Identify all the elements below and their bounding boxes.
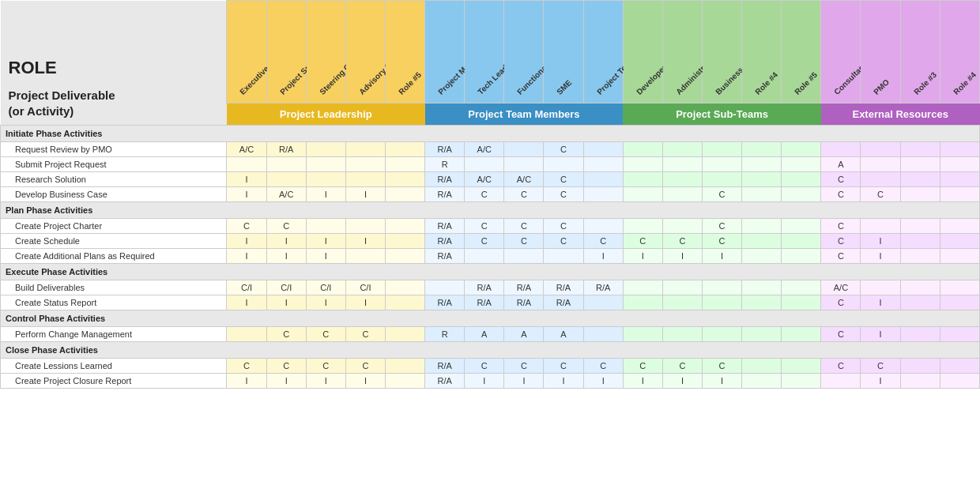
data-cell: C xyxy=(702,234,741,249)
col-header-role5a: Role #5 xyxy=(385,1,424,103)
data-cell xyxy=(782,234,821,249)
data-cell xyxy=(623,219,662,234)
data-cell xyxy=(544,249,583,264)
col-header-exec-sponsor: Executive Sponsor xyxy=(227,1,266,103)
data-cell xyxy=(385,280,424,295)
data-cell xyxy=(306,142,345,157)
data-cell: C xyxy=(821,249,861,264)
data-cell xyxy=(662,295,702,310)
data-cell xyxy=(623,187,662,202)
data-cell xyxy=(900,249,940,264)
data-cell: I xyxy=(266,295,306,310)
phase-row-label: Plan Phase Activities xyxy=(1,202,980,219)
data-cell: C/I xyxy=(306,280,345,295)
data-cell: C xyxy=(623,359,662,374)
data-cell xyxy=(821,374,861,389)
data-cell: R/A xyxy=(544,280,583,295)
activity-label: Research Solution xyxy=(1,172,227,187)
data-cell: I xyxy=(345,187,385,202)
data-cell: C xyxy=(544,234,583,249)
data-cell xyxy=(742,280,782,295)
data-cell xyxy=(385,234,424,249)
data-cell: C xyxy=(821,172,861,187)
data-cell: C xyxy=(861,187,900,202)
data-cell: C xyxy=(227,359,266,374)
data-cell: C/I xyxy=(345,280,385,295)
col-header-ba: Business Analyst xyxy=(702,1,741,103)
data-cell: C xyxy=(583,359,623,374)
group-header-subteam: Project Sub-Teams xyxy=(623,103,821,126)
data-cell xyxy=(702,280,741,295)
data-cell: A xyxy=(544,327,583,342)
data-cell: C xyxy=(821,295,861,310)
data-cell xyxy=(662,219,702,234)
data-cell xyxy=(227,157,266,172)
data-cell: I xyxy=(345,295,385,310)
data-cell: I xyxy=(861,327,900,342)
data-cell: C xyxy=(345,359,385,374)
data-cell xyxy=(425,280,465,295)
data-cell xyxy=(900,234,940,249)
data-cell xyxy=(940,234,979,249)
data-cell xyxy=(940,249,979,264)
data-cell xyxy=(623,295,662,310)
data-cell: I xyxy=(306,249,345,264)
data-cell xyxy=(702,327,741,342)
data-cell: R/A xyxy=(425,219,465,234)
data-cell: C xyxy=(306,359,345,374)
col-header-techlead: Tech Lead xyxy=(465,1,504,103)
col-header-sme: SME xyxy=(544,1,583,103)
data-cell xyxy=(782,374,821,389)
data-cell: C xyxy=(821,359,861,374)
data-cell: C/I xyxy=(266,280,306,295)
data-cell: R/A xyxy=(425,234,465,249)
group-header-external: External Resources xyxy=(821,103,980,126)
activity-label: Create Schedule xyxy=(1,234,227,249)
data-cell xyxy=(742,219,782,234)
data-cell: C xyxy=(544,187,583,202)
data-cell xyxy=(544,157,583,172)
data-cell xyxy=(940,187,979,202)
data-cell: R/A xyxy=(544,295,583,310)
group-header-team: Project Team Members xyxy=(425,103,624,126)
data-cell xyxy=(306,157,345,172)
data-cell xyxy=(345,157,385,172)
data-cell: C xyxy=(345,327,385,342)
deliverable-title: Project Deliverable(or Activity) xyxy=(9,88,115,118)
data-cell: I xyxy=(345,234,385,249)
data-cell xyxy=(465,157,504,172)
col-header-steering: Steering Committee xyxy=(306,1,345,103)
data-cell xyxy=(504,249,544,264)
data-cell xyxy=(742,172,782,187)
data-cell: A/C xyxy=(266,187,306,202)
col-header-role3: Role #3 xyxy=(900,1,940,103)
data-cell xyxy=(940,142,979,157)
data-cell: I xyxy=(861,249,900,264)
data-cell: I xyxy=(306,374,345,389)
data-cell xyxy=(227,327,266,342)
phase-row-label: Control Phase Activities xyxy=(1,310,980,327)
data-cell xyxy=(583,187,623,202)
data-cell: A/C xyxy=(465,172,504,187)
data-cell: R/A xyxy=(425,142,465,157)
data-cell xyxy=(900,187,940,202)
data-cell xyxy=(940,280,979,295)
data-cell: I xyxy=(662,249,702,264)
data-cell: C xyxy=(465,219,504,234)
data-cell xyxy=(662,172,702,187)
col-header-admin: Administrative Support xyxy=(662,1,702,103)
data-cell: C xyxy=(662,359,702,374)
col-header-pm: Project Manager xyxy=(425,1,465,103)
data-cell xyxy=(861,172,900,187)
data-cell: I xyxy=(861,374,900,389)
data-cell: R/A xyxy=(583,280,623,295)
data-cell xyxy=(504,157,544,172)
data-cell xyxy=(821,142,861,157)
col-header-role5b: Role #5 xyxy=(782,1,821,103)
data-cell: I xyxy=(861,234,900,249)
activity-label: Create Additional Plans as Required xyxy=(1,249,227,264)
data-cell: I xyxy=(306,187,345,202)
phase-row-label: Initiate Phase Activities xyxy=(1,126,980,142)
data-cell xyxy=(900,157,940,172)
data-cell: I xyxy=(227,172,266,187)
